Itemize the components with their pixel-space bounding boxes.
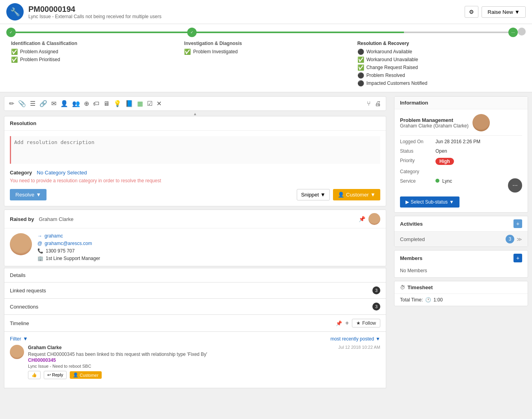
sub-status-dropdown-icon: ▼	[449, 199, 454, 205]
timeline-label: Timeline	[10, 320, 29, 326]
plus-timeline-icon[interactable]: +	[345, 320, 349, 327]
branch-icon[interactable]: ⑂	[367, 100, 371, 107]
snippet-dropdown-icon: ▼	[320, 192, 326, 198]
timeline-filter-row: Filter ▼ most recently posted ▼	[10, 336, 380, 342]
timeline-header-right: 📌 + ★ Follow	[336, 319, 380, 327]
stage-2-node: ✓	[187, 28, 197, 37]
check-icon: ✅	[11, 56, 18, 63]
resolve-button[interactable]: Resolve ▼	[10, 189, 47, 200]
agent-name: Problem Management	[400, 117, 469, 123]
resolve-row: Resolve ▼ Snippet ▼ 👤 Customer ▼	[10, 189, 380, 200]
check-label: Problem Resolved	[366, 73, 405, 78]
check-problem-investigated: ✅ Problem Investigated	[184, 49, 348, 55]
service-dot-icon	[435, 179, 439, 183]
timeline-actions: 👍 ↩ Reply 👤 Customer	[28, 371, 380, 379]
notes-icon[interactable]: ☰	[30, 100, 35, 107]
timeline-item: Graham Clarke Jul 12 2018 10:22 AM Reque…	[10, 345, 380, 379]
customer-dropdown-icon: ▼	[370, 192, 376, 198]
email-icon[interactable]: ✉	[51, 100, 56, 107]
customer-sm-button[interactable]: 👤 Customer	[70, 371, 102, 379]
screen-icon[interactable]: 🖥	[103, 100, 110, 107]
circle-plus-icon[interactable]: ⊕	[84, 100, 89, 107]
stage-1-node: ✓	[6, 28, 16, 37]
snippet-button[interactable]: Snippet ▼	[297, 189, 330, 200]
add-activity-button[interactable]: +	[513, 219, 522, 228]
resolution-body: Category No Category Selected You need t…	[4, 131, 386, 206]
check-label: Workaround Unavailable	[366, 57, 418, 62]
category-select-link[interactable]: No Category Selected	[37, 170, 87, 176]
linked-requests-row[interactable]: Linked requests 3	[4, 282, 386, 299]
priority-badge: High	[435, 158, 454, 165]
toolbar: ✏ 📎 ☰ 🔗 ✉ 👤 👥 ⊕ 🏷 🖥 💡 📘 ▦ ☑ ✕ ⑂ 🖨	[4, 96, 386, 111]
check-customers-notified: ⚫ Impacted Customers Notified	[357, 80, 521, 86]
link-icon[interactable]: 🔗	[39, 100, 47, 107]
customer-sm-icon: 👤	[73, 372, 78, 378]
chat-bubble-icon[interactable]: ···	[508, 178, 522, 193]
filter-button[interactable]: Filter ▼	[10, 336, 28, 342]
reply-button[interactable]: ↩ Reply	[44, 371, 67, 379]
timesheet-body: Total Time: 🕐 1:00	[394, 294, 528, 306]
check-icon: ✅	[357, 64, 364, 71]
gear-button[interactable]: ⚙	[465, 6, 478, 18]
header-left: 🔧 PM00000194 Lync Issue - External Calls…	[6, 3, 162, 21]
members-header: Members +	[394, 251, 528, 266]
completed-row: Completed 3 ≫	[394, 232, 528, 247]
thumbs-up-button[interactable]: 👍	[28, 371, 41, 379]
connections-row[interactable]: Connections 3	[4, 299, 386, 315]
bulb-icon[interactable]: 💡	[113, 100, 121, 107]
resolution-input[interactable]	[10, 136, 380, 164]
resolve-right: Snippet ▼ 👤 Customer ▼	[297, 189, 380, 200]
tag-icon[interactable]: 🏷	[93, 100, 99, 107]
raise-new-button[interactable]: Raise New ▼	[482, 6, 526, 18]
info-category: Category	[400, 169, 522, 174]
check-icon: ⚫	[357, 80, 364, 86]
check-label: Workaround Available	[366, 49, 412, 54]
toolbar-collapse[interactable]: ▲	[4, 112, 386, 116]
add-member-button[interactable]: +	[513, 254, 522, 262]
raised-by-label: Raised by	[10, 216, 34, 222]
raised-by-body: → grahamc @ grahamc@arescs.com 📞 1300 97…	[4, 228, 386, 266]
edit-icon[interactable]: ✏	[9, 100, 14, 107]
stage-1-label: Identification & Classification	[11, 41, 175, 46]
raised-by-name: Graham Clarke	[39, 216, 73, 222]
group-icon[interactable]: 👥	[72, 100, 80, 107]
status-value: Open	[435, 148, 522, 154]
status-label: Status	[400, 148, 435, 154]
details-row[interactable]: Details	[4, 268, 386, 282]
ticket-subtitle: Lync Issue - External Calls not being re…	[28, 14, 162, 19]
category-warning: You need to provide a resolution categor…	[10, 178, 380, 183]
sort-button[interactable]: most recently posted ▼	[330, 336, 380, 342]
follow-label: Follow	[362, 320, 376, 326]
dropdown-arrow-icon: ▼	[515, 9, 520, 15]
sub-status-button[interactable]: ▶ Select Sub-status ▼	[400, 196, 459, 208]
contact-email-row: @ grahamc@arescs.com	[37, 241, 100, 246]
contact-email-link[interactable]: grahamc@arescs.com	[45, 241, 92, 246]
customer-button[interactable]: 👤 Customer ▼	[333, 189, 380, 200]
details-label: Details	[10, 272, 26, 278]
agent-avatar	[472, 114, 490, 131]
check-icon: ⚫	[357, 72, 364, 79]
attach-icon[interactable]: 📎	[18, 100, 26, 107]
book-icon[interactable]: 📘	[125, 100, 133, 107]
raised-by-header: Raised by Graham Clarke 📌	[4, 210, 386, 228]
follow-button[interactable]: ★ Follow	[352, 319, 380, 327]
contact-username-link[interactable]: grahamc	[45, 233, 63, 239]
checkbox-icon[interactable]: ☑	[147, 100, 153, 107]
timeline-link[interactable]: CH00000345	[28, 357, 56, 363]
add-user-icon[interactable]: 👤	[60, 100, 68, 107]
info-body: Problem Management Graham Clarke (Graham…	[394, 109, 528, 212]
left-panel: ✏ 📎 ☰ 🔗 ✉ 👤 👥 ⊕ 🏷 🖥 💡 📘 ▦ ☑ ✕ ⑂ 🖨 ▲ Reso…	[0, 92, 390, 392]
category-row: Category No Category Selected	[10, 170, 380, 176]
completed-label: Completed	[400, 236, 425, 242]
print-icon[interactable]: 🖨	[375, 100, 381, 107]
expand-completed-icon[interactable]: ≫	[517, 236, 522, 242]
pin-icon[interactable]: 📌	[359, 216, 365, 222]
pin-timeline-icon[interactable]: 📌	[336, 320, 342, 326]
grid-icon[interactable]: ▦	[137, 100, 143, 107]
right-panel: Information Problem Management Graham Cl…	[390, 92, 532, 392]
total-time-value: 1:00	[433, 297, 443, 303]
contact-role-row: 🏢 1st Line Support Manager	[37, 256, 100, 261]
info-service: Service Lync ···	[400, 178, 522, 193]
timeline-row[interactable]: Timeline 📌 + ★ Follow	[4, 315, 386, 332]
close-icon[interactable]: ✕	[156, 100, 162, 107]
